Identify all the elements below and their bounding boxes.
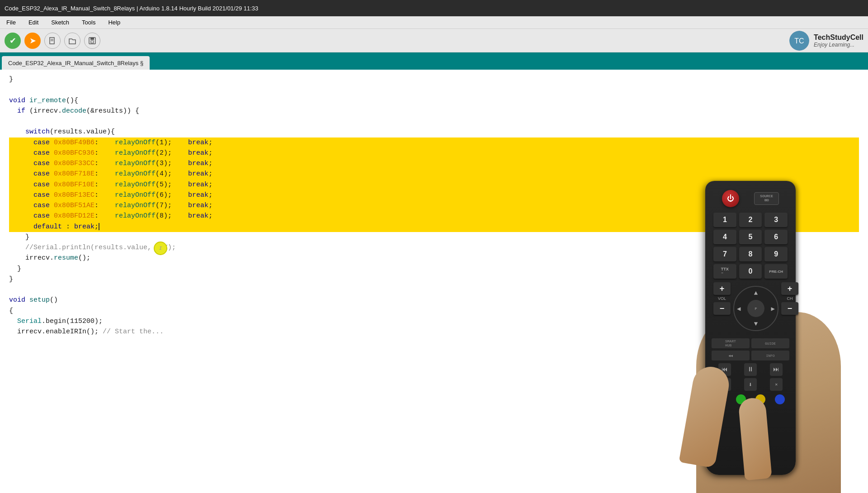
info-btn: INFO <box>751 351 789 360</box>
title-bar: Code_ESP32_Alexa_IR_Manual_Switch_8Relay… <box>0 0 868 16</box>
source-button: SOURCE⊞⊟ <box>754 192 779 205</box>
zero-row: TTX⁻ 0 PRE-CH <box>705 264 796 279</box>
tab-bar: Code_ESP32_Alexa_IR_Manual_Switch_8Relay… <box>0 52 868 70</box>
menu-bar: File Edit Sketch Tools Help <box>0 16 868 29</box>
save-button[interactable] <box>84 33 100 49</box>
svg-rect-5 <box>91 41 94 43</box>
menu-help[interactable]: Help <box>105 18 123 27</box>
smart-btn: SMARTHUB <box>712 338 750 348</box>
nav-up: ▲ <box>754 289 758 297</box>
play-pause-btn: ⏸ <box>744 363 757 376</box>
editor-tab[interactable]: Code_ESP32_Alexa_IR_Manual_Switch_8Relay… <box>2 56 150 70</box>
code-line-highlight: case 0x80BFC936: relayOnOff(2); break; <box>9 148 859 158</box>
secondary-controls: SMARTHUB GUIDE <box>705 338 796 348</box>
remote-control-image: ⏻ SOURCE⊞⊟ 1 2 3 4 5 6 7 8 9 <box>678 176 868 493</box>
fast-forward-btn: ⏭ <box>770 363 783 376</box>
menu-edit[interactable]: Edit <box>26 18 41 27</box>
tools-btn: ◀◀ <box>712 351 750 360</box>
code-line-highlight: case 0x80BF33CC: relayOnOff(3); break; <box>9 158 859 169</box>
btn-1: 1 <box>713 213 736 227</box>
window-title: Code_ESP32_Alexa_IR_Manual_Switch_8Relay… <box>5 5 258 12</box>
blue-btn <box>775 394 785 404</box>
btn-5: 5 <box>739 230 762 244</box>
ttx-button: TTX⁻ <box>713 264 736 279</box>
upload-button[interactable]: ➤ <box>24 33 41 49</box>
open-button[interactable] <box>64 33 80 49</box>
vol-ch-section: + VOL − ▲ ▼ ◀ ▶ P <box>705 282 796 335</box>
new-button[interactable] <box>44 33 61 49</box>
btn-9: 9 <box>764 247 788 261</box>
brand-area: TC TechStudyCell Enjoy Learning... <box>789 31 863 51</box>
info-controls: ◀◀ INFO <box>705 351 796 360</box>
nav-down: ▼ <box>754 320 758 327</box>
brand-subtitle: Enjoy Learning... <box>814 42 863 48</box>
code-line-highlight: case 0x80BF49B6: relayOnOff(1); break; <box>9 137 859 148</box>
exit-btn: ✕ <box>770 378 783 391</box>
cursor-indicator: I <box>154 242 167 255</box>
btn-3: 3 <box>764 213 788 227</box>
nav-right: ▶ <box>771 305 775 313</box>
down-btn: ⬇ <box>744 378 757 391</box>
code-line <box>9 116 859 127</box>
menu-file[interactable]: File <box>4 18 19 27</box>
btn-8: 8 <box>739 247 762 261</box>
btn-7: 7 <box>713 247 736 261</box>
menu-tools[interactable]: Tools <box>79 18 98 27</box>
btn-4: 4 <box>713 230 736 244</box>
code-line: if (irrecv.decode(&results)) { <box>9 106 859 116</box>
nav-ring: ▲ ▼ ◀ ▶ P <box>733 286 778 331</box>
btn-2: 2 <box>739 213 762 227</box>
brand-info: TechStudyCell Enjoy Learning... <box>814 33 863 48</box>
verify-button[interactable]: ✔ <box>5 33 21 49</box>
number-grid: 1 2 3 4 5 6 7 8 9 <box>705 213 796 261</box>
power-button: ⏻ <box>722 190 739 207</box>
code-editor[interactable]: } void ir_remote(){ if (irrecv.decode(&r… <box>0 70 868 493</box>
menu-sketch[interactable]: Sketch <box>48 18 72 27</box>
code-line: void ir_remote(){ <box>9 95 859 106</box>
pre-ch-button: PRE-CH <box>764 264 788 279</box>
nav-center: P <box>747 300 764 317</box>
nav-left: ◀ <box>737 305 741 313</box>
code-line: } <box>9 74 859 85</box>
brand-avatar: TC <box>789 31 809 51</box>
guide-btn: GUIDE <box>751 338 789 348</box>
svg-text:TC: TC <box>794 37 804 45</box>
btn-0: 0 <box>739 264 762 279</box>
remote-top-section: ⏻ SOURCE⊞⊟ <box>705 190 796 207</box>
svg-rect-4 <box>90 38 94 40</box>
brand-name: TechStudyCell <box>814 33 863 42</box>
toolbar: ✔ ➤ TC TechStudyCell Enjoy Learning... <box>0 29 868 52</box>
code-line <box>9 85 859 95</box>
btn-6: 6 <box>764 230 788 244</box>
code-line: switch(results.value){ <box>9 127 859 137</box>
